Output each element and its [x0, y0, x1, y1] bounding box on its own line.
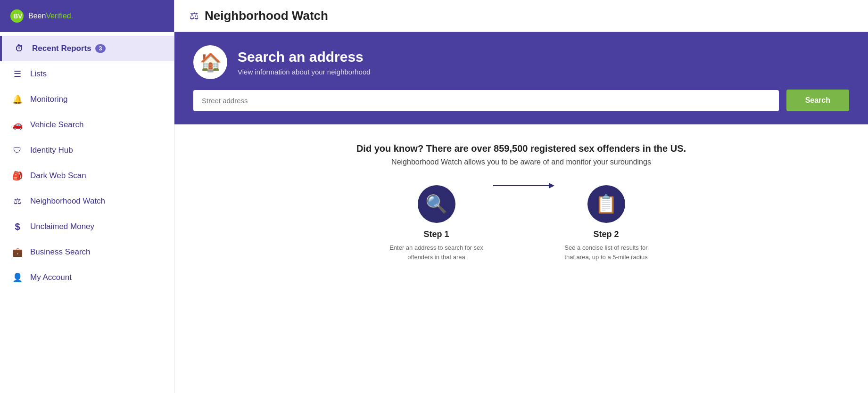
- page-title: Neighborhood Watch: [205, 8, 328, 23]
- hero-text: Search an address View information about…: [238, 49, 371, 76]
- sidebar-item-monitoring[interactable]: 🔔 Monitoring: [0, 87, 174, 112]
- sidebar-item-label: Unclaimed Money: [30, 222, 94, 231]
- sidebar-item-label: Recent Reports: [32, 44, 91, 53]
- lists-icon: ☰: [11, 68, 24, 80]
- sidebar-item-label: Neighborhood Watch: [30, 196, 105, 206]
- sidebar-item-recent-reports[interactable]: ⏱ Recent Reports 3: [0, 36, 174, 61]
- page-title-bar: ⚖ Neighborhood Watch: [174, 0, 868, 32]
- step-1: 🔍 Step 1 Enter an address to search for …: [389, 185, 484, 262]
- sidebar-item-unclaimed-money[interactable]: $ Unclaimed Money: [0, 214, 174, 239]
- sidebar-item-business-search[interactable]: 💼 Business Search: [0, 239, 174, 265]
- sidebar-item-vehicle-search[interactable]: 🚗 Vehicle Search: [0, 112, 174, 138]
- step-arrow: [493, 185, 550, 214]
- step-2-icon: 📋: [587, 185, 625, 223]
- arrow-line: [493, 185, 550, 186]
- address-search-input[interactable]: [193, 90, 779, 111]
- my-account-icon: 👤: [11, 271, 24, 284]
- svg-text:BV: BV: [13, 12, 23, 20]
- step-2-desc: See a concise list of results for that a…: [559, 243, 653, 262]
- info-sub: Neighborhood Watch allows you to be awar…: [193, 158, 849, 166]
- hero-banner: 🏠 Search an address View information abo…: [174, 32, 868, 124]
- hero-search-row: Search: [193, 90, 849, 111]
- step-2: 📋 Step 2 See a concise list of results f…: [559, 185, 653, 262]
- sidebar-item-neighborhood-watch[interactable]: ⚖ Neighborhood Watch: [0, 188, 174, 214]
- sidebar-item-dark-web-scan[interactable]: 🎒 Dark Web Scan: [0, 163, 174, 188]
- vehicle-search-icon: 🚗: [11, 119, 24, 131]
- sidebar-item-identity-hub[interactable]: 🛡 Identity Hub: [0, 138, 174, 163]
- recent-reports-badge: 3: [95, 44, 106, 53]
- hero-top: 🏠 Search an address View information abo…: [193, 45, 849, 79]
- sidebar-nav: ⏱ Recent Reports 3 ☰ Lists 🔔 Monitoring …: [0, 32, 174, 393]
- sidebar-logo: BV BeenVerified.: [0, 0, 174, 32]
- steps-row: 🔍 Step 1 Enter an address to search for …: [193, 185, 849, 262]
- recent-reports-icon: ⏱: [13, 42, 25, 55]
- unclaimed-money-icon: $: [11, 221, 24, 233]
- monitoring-icon: 🔔: [11, 93, 24, 106]
- step-1-icon: 🔍: [418, 185, 455, 223]
- sidebar-item-my-account[interactable]: 👤 My Account: [0, 265, 174, 290]
- sidebar-item-lists[interactable]: ☰ Lists: [0, 61, 174, 87]
- info-section: Did you know? There are over 859,500 reg…: [174, 124, 868, 393]
- business-search-icon: 💼: [11, 246, 24, 258]
- sidebar-item-label: Business Search: [30, 247, 91, 257]
- sidebar-item-label: Monitoring: [30, 95, 67, 104]
- neighborhood-watch-icon: ⚖: [11, 195, 24, 207]
- search-button[interactable]: Search: [786, 90, 849, 111]
- sidebar-item-label: Lists: [30, 69, 47, 79]
- hero-globe-icon: 🏠: [193, 45, 227, 79]
- identity-hub-icon: 🛡: [11, 144, 24, 156]
- hero-subtitle: View information about your neighborhood: [238, 68, 371, 76]
- sidebar-item-label: Dark Web Scan: [30, 171, 86, 180]
- step-1-title: Step 1: [423, 229, 449, 239]
- hero-title: Search an address: [238, 49, 371, 65]
- dark-web-scan-icon: 🎒: [11, 170, 24, 182]
- beenverified-logo-icon: BV: [9, 8, 25, 24]
- main-content: ⚖ Neighborhood Watch 🏠 Search an address…: [174, 0, 868, 393]
- sidebar: BV BeenVerified. ⏱ Recent Reports 3 ☰ Li…: [0, 0, 174, 393]
- step-2-title: Step 2: [593, 229, 619, 239]
- info-headline: Did you know? There are over 859,500 reg…: [193, 143, 849, 154]
- step-1-desc: Enter an address to search for sex offen…: [389, 243, 484, 262]
- sidebar-item-label: Identity Hub: [30, 146, 73, 155]
- sidebar-item-label: Vehicle Search: [30, 120, 83, 130]
- sidebar-item-label: My Account: [30, 273, 72, 282]
- logo-text: BeenVerified.: [28, 12, 73, 20]
- page-title-icon: ⚖: [190, 10, 199, 22]
